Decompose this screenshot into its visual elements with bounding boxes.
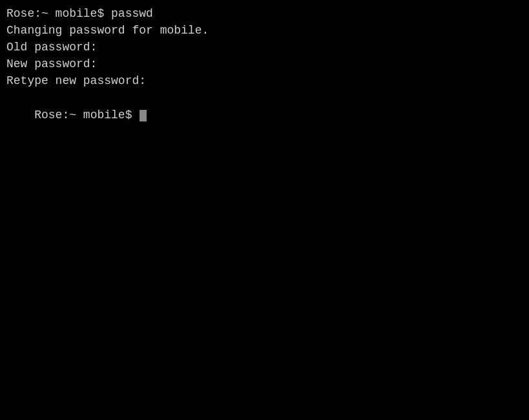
terminal-window[interactable]: Rose:~ mobile$ passwd Changing password … (0, 0, 529, 420)
terminal-cursor (140, 110, 147, 121)
terminal-prompt: Rose:~ mobile$ (34, 109, 139, 121)
terminal-line-5: Retype new password: (6, 72, 523, 89)
terminal-line-6: Rose:~ mobile$ (6, 89, 523, 140)
terminal-line-3: Old password: (6, 39, 523, 56)
terminal-line-4: New password: (6, 56, 523, 72)
terminal-line-1: Rose:~ mobile$ passwd (6, 5, 523, 22)
terminal-line-2: Changing password for mobile. (6, 22, 523, 39)
